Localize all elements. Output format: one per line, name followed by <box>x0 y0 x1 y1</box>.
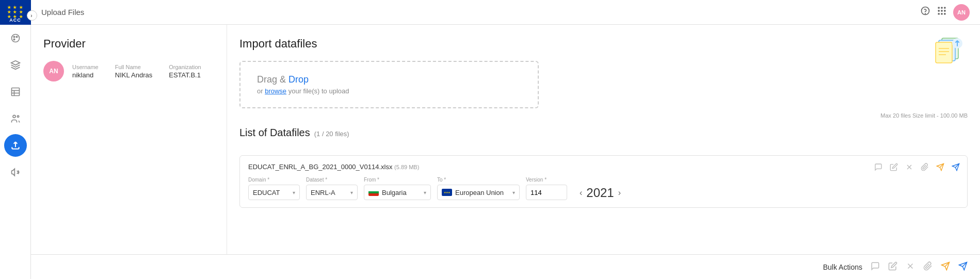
from-group: From * Bulgaria ▾ <box>364 177 431 200</box>
page-title: Upload Files <box>41 8 84 17</box>
domain-label: Domain * <box>248 177 300 183</box>
sidebar-icon-upload[interactable] <box>4 134 27 157</box>
datafile-card: EDUCAT_ENRL_A_BG_2021_0000_V0114.xlsx (5… <box>239 155 968 208</box>
from-chevron: ▾ <box>424 190 426 195</box>
bulgaria-flag-icon <box>368 189 379 196</box>
to-value: European Union <box>455 189 504 196</box>
svg-rect-13 <box>941 7 942 9</box>
collapse-button[interactable]: › <box>27 10 37 21</box>
sidebar-icon-megaphone[interactable] <box>4 161 27 184</box>
svg-rect-19 <box>941 13 942 14</box>
eu-flag-icon: ★★★ <box>442 189 452 196</box>
import-panel: Import datafiles Drag & Drop or browse y… <box>227 25 980 279</box>
version-group: Version * <box>526 177 567 200</box>
datafile-actions <box>874 163 960 173</box>
comment-icon[interactable] <box>874 163 882 173</box>
org-value: ESTAT.B.1 <box>169 71 201 79</box>
import-illustration <box>926 33 968 69</box>
bulk-edit-icon[interactable] <box>888 261 897 273</box>
drag-text: Drag & <box>257 74 288 85</box>
sidebar-icon-layers[interactable] <box>4 54 27 76</box>
svg-rect-17 <box>944 10 945 11</box>
svg-rect-14 <box>944 7 945 9</box>
filename: EDUCAT_ENRL_A_BG_2021_0000_V0114.xlsx (5… <box>248 163 959 171</box>
svg-rect-15 <box>938 10 940 11</box>
version-label: Version * <box>526 177 567 183</box>
bulk-actions-bar: Bulk Actions <box>31 254 980 279</box>
provider-panel: Provider AN Username nikland Full Name N… <box>31 25 227 279</box>
username-label: Username <box>72 64 99 70</box>
provider-fullname-field: Full Name NIKL Andras <box>115 64 153 79</box>
import-title: Import datafiles <box>239 37 968 51</box>
topbar: Upload Files AN <box>31 0 980 25</box>
to-select[interactable]: ★★★ European Union ▾ <box>437 185 520 200</box>
version-input[interactable] <box>526 185 567 200</box>
svg-point-0 <box>11 35 19 42</box>
dataset-label: Dataset * <box>306 177 358 183</box>
file-limits: Max 20 files Size limit - 100.00 MB <box>239 112 968 119</box>
svg-point-8 <box>13 115 15 118</box>
svg-point-3 <box>13 39 15 40</box>
svg-point-11 <box>925 13 926 14</box>
svg-rect-23 <box>936 42 952 63</box>
bulk-send-icon[interactable] <box>941 261 950 273</box>
username-value: nikland <box>72 71 93 79</box>
bulk-comment-icon[interactable] <box>871 261 880 273</box>
bulk-attach-icon[interactable] <box>923 261 933 273</box>
or-text: or <box>257 87 265 95</box>
year-next-button[interactable]: › <box>618 188 621 198</box>
acc-logo: ★ ★ ★ ★ ★ ★ ★ ★ ★ ACC › <box>0 0 31 25</box>
provider-org-field: Organization ESTAT.B.1 <box>169 64 201 79</box>
domain-select[interactable]: EDUCAT ▾ <box>248 185 300 200</box>
send-draft-icon[interactable] <box>936 163 944 173</box>
user-avatar[interactable]: AN <box>953 4 970 21</box>
drop-text: Drop <box>288 74 309 85</box>
attach-icon[interactable] <box>921 163 929 173</box>
delete-icon[interactable] <box>905 163 913 173</box>
year-value: 2021 <box>586 186 614 200</box>
fullname-value: NIKL Andras <box>115 71 153 79</box>
help-icon[interactable] <box>920 6 930 19</box>
dataset-value: ENRL-A <box>311 189 335 196</box>
to-label: To * <box>437 177 520 183</box>
filesize: (5.89 MB) <box>394 164 419 170</box>
sidebar-icon-people[interactable] <box>4 107 27 130</box>
dataset-group: Dataset * ENRL-A ▾ <box>306 177 358 200</box>
filename-text: EDUCAT_ENRL_A_BG_2021_0000_V0114.xlsx <box>248 163 392 171</box>
svg-rect-12 <box>938 7 940 9</box>
from-value: Bulgaria <box>382 189 407 196</box>
sidebar-icon-table[interactable] <box>4 80 27 103</box>
dataset-select[interactable]: ENRL-A ▾ <box>306 185 358 200</box>
provider-title: Provider <box>43 37 214 51</box>
from-select[interactable]: Bulgaria ▾ <box>364 185 431 200</box>
svg-rect-16 <box>941 10 942 11</box>
provider-info: Username nikland Full Name NIKL Andras O… <box>72 64 201 79</box>
to-chevron: ▾ <box>512 190 515 195</box>
svg-rect-18 <box>938 13 940 14</box>
domain-value: EDUCAT <box>253 189 280 196</box>
edit-icon[interactable] <box>890 163 898 173</box>
svg-rect-4 <box>11 88 19 96</box>
apps-icon[interactable] <box>937 6 947 19</box>
bulk-submit-icon[interactable] <box>958 261 968 273</box>
list-count: (1 / 20 files) <box>314 130 349 138</box>
acc-label: ACC <box>9 18 21 23</box>
dataset-chevron: ▾ <box>350 190 353 195</box>
provider-avatar: AN <box>43 61 64 81</box>
upload-text: your file(s) to upload <box>286 87 349 95</box>
svg-point-9 <box>17 116 19 117</box>
sidebar-icon-palette[interactable] <box>4 27 27 50</box>
year-control: ‹ 2021 › <box>580 186 621 200</box>
submit-icon[interactable] <box>952 163 960 173</box>
svg-rect-20 <box>944 13 945 14</box>
svg-point-1 <box>13 36 15 38</box>
to-group: To * ★★★ European Union ▾ <box>437 177 520 200</box>
datafile-fields: Domain * EDUCAT ▾ Dataset * ENRL-A ▾ <box>248 177 959 200</box>
org-label: Organization <box>169 64 201 70</box>
year-prev-button[interactable]: ‹ <box>580 188 582 198</box>
list-title: List of Datafiles <box>239 127 310 139</box>
browse-link[interactable]: browse <box>265 87 286 95</box>
domain-group: Domain * EDUCAT ▾ <box>248 177 300 200</box>
bulk-delete-icon[interactable] <box>906 261 915 273</box>
drag-drop-zone[interactable]: Drag & Drop or browse your file(s) to up… <box>239 61 539 108</box>
